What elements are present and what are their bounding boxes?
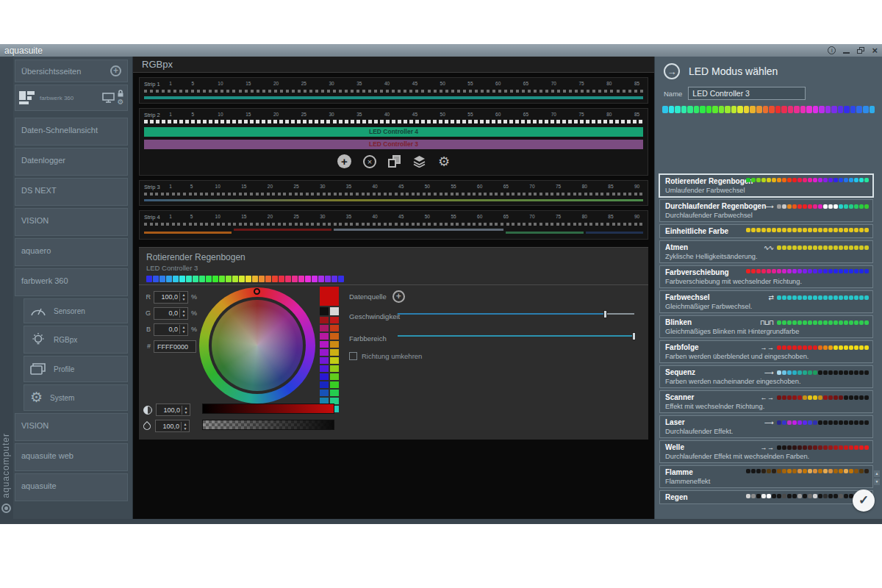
restore-icon[interactable] [857, 47, 864, 54]
palette-swatch[interactable] [320, 365, 329, 372]
strip-1-assignment-bar[interactable] [144, 96, 643, 99]
palette-swatch[interactable] [320, 357, 329, 364]
strip-4-segment[interactable] [144, 232, 232, 234]
strip-4-assignment-segments[interactable] [144, 229, 643, 235]
sidebar-item-rgbpx[interactable]: RGBpx [24, 326, 128, 354]
sidebar-item-aquasuite-web[interactable]: aquasuite web [15, 443, 128, 471]
strip-4-segment[interactable] [334, 229, 503, 231]
spinner-arrows[interactable]: ▲▼ [181, 422, 189, 431]
controller-name-input[interactable]: LED Controller 3 [688, 87, 806, 100]
palette-swatch[interactable] [320, 307, 329, 315]
red-input[interactable]: 100,0 ▲▼ [154, 291, 188, 304]
current-color-swatch[interactable] [320, 287, 339, 306]
brightness-input[interactable]: 100,0 ▲▼ [156, 404, 190, 416]
palette-swatch[interactable] [320, 349, 329, 356]
color-wheel-marker[interactable] [254, 288, 260, 295]
mode-item-durchlaufender-regenbogen[interactable]: Durchlaufender Regenbogen⟶Durchlaufender… [659, 199, 873, 222]
gear-icon[interactable]: ⚙ [118, 98, 124, 106]
monitor-icon[interactable] [102, 93, 115, 103]
sidebar-overview-tile-farbwerk360[interactable]: farbwerk 360 ⚙ [15, 85, 128, 111]
strip-4-segment[interactable] [234, 229, 331, 231]
color-wheel[interactable] [199, 287, 315, 404]
copy-controller-icon[interactable] [388, 155, 401, 168]
strip-2-panel[interactable]: Strip 2151015202530354045505560657075808… [139, 108, 648, 176]
palette-swatch[interactable] [330, 333, 339, 340]
spinner-arrows[interactable]: ▲▼ [182, 406, 190, 415]
led-controller-4-bar[interactable]: LED Controller 4 [144, 127, 643, 137]
sidebar-item-profile[interactable]: Profile [24, 356, 128, 382]
layers-icon[interactable] [412, 155, 426, 168]
list-scrollbar[interactable]: ▲▼ [874, 470, 880, 485]
mode-item-blinken[interactable]: Blinken⊓⊔⊓Gleichmäßiges Blinken mit Hint… [659, 315, 873, 338]
sidebar-item-ds-next[interactable]: DS NEXT [15, 178, 128, 206]
mode-item-farbfolge[interactable]: Farbfolge→ →Farben werden überblendet un… [659, 340, 873, 363]
info-icon[interactable]: i [828, 46, 836, 54]
palette-swatch[interactable] [330, 365, 339, 372]
palette-swatch[interactable] [320, 390, 329, 396]
palette-swatch[interactable] [320, 317, 329, 323]
hex-color-input[interactable]: FFFF0000 [154, 340, 196, 353]
controller-settings-icon[interactable]: ⚙ [438, 155, 450, 168]
sidebar-item-farbwerk360[interactable]: farbwerk 360 [15, 268, 128, 296]
range-slider[interactable] [398, 331, 634, 340]
sidebar-item-aquaero[interactable]: aquaero [15, 238, 128, 266]
palette-swatch[interactable] [330, 307, 339, 315]
mode-item-rotierender-regenbogen[interactable]: Rotierender RegenbogenUmlaufender Farbwe… [659, 174, 873, 197]
palette-swatch[interactable] [320, 333, 329, 340]
sidebar-item-datenlogger[interactable]: Datenlogger [15, 148, 128, 176]
palette-swatch[interactable] [320, 373, 329, 380]
speed-slider[interactable] [398, 309, 634, 318]
palette-swatch[interactable] [330, 373, 339, 380]
palette-swatch[interactable] [330, 349, 339, 356]
sidebar-item-vision-2[interactable]: VISION [15, 413, 128, 441]
mode-item-farbverschiebung[interactable]: FarbverschiebungFarbverschiebung mit wec… [659, 265, 873, 288]
mode-item-farbwechsel[interactable]: Farbwechsel⇄Gleichmäßiger Farbwechsel. [659, 290, 873, 313]
spinner-arrows[interactable]: ▲▼ [179, 325, 187, 334]
mode-item-sequenz[interactable]: Sequenz⟶Farben werden nacheinander einge… [659, 365, 873, 388]
palette-swatch[interactable] [330, 381, 339, 388]
mode-item-atmen[interactable]: Atmen∿∿Zyklische Helligkeitsänderung. [659, 240, 873, 263]
sidebar-item-uebersichtsseiten[interactable]: Übersichtsseiten + [15, 60, 128, 82]
add-datasource-icon[interactable]: + [392, 290, 405, 303]
blue-input[interactable]: 0,0 ▲▼ [154, 323, 188, 336]
sidebar-item-daten-schnellansicht[interactable]: Daten-Schnellansicht [15, 118, 128, 146]
add-page-icon[interactable]: + [110, 65, 121, 76]
spinner-arrows[interactable]: ▲▼ [179, 309, 187, 318]
reverse-direction-checkbox[interactable] [349, 352, 357, 360]
strip-3-panel[interactable]: Strip 3151015202530354045505560657075808… [139, 180, 648, 206]
close-icon[interactable]: × [872, 46, 878, 54]
mode-item-einheitliche-farbe[interactable]: Einheitliche Farbe [659, 224, 873, 238]
spinner-arrows[interactable]: ▲▼ [179, 293, 187, 301]
delete-controller-icon[interactable]: × [363, 155, 376, 168]
minimize-icon[interactable] [843, 48, 850, 54]
palette-swatch[interactable] [330, 357, 339, 364]
strip-1-panel[interactable]: Strip 1151015202530354045505560657075808… [139, 77, 648, 104]
mode-item-laser[interactable]: Laser⟶Durchlaufender Effekt. [659, 415, 873, 438]
palette-swatch[interactable] [330, 325, 339, 331]
strip-4-panel[interactable]: Strip 4151015202530354045505560657075808… [139, 210, 648, 240]
sidebar-item-system[interactable]: ⚙ System [24, 384, 128, 411]
strip-4-segment[interactable] [506, 232, 583, 234]
palette-swatch[interactable] [330, 317, 339, 323]
mode-item-welle[interactable]: Welle→ →Durchlaufender Effekt mit wechse… [659, 440, 873, 463]
green-input[interactable]: 0,0 ▲▼ [154, 307, 188, 320]
sidebar-item-sensoren[interactable]: Sensoren [24, 298, 128, 323]
palette-swatch[interactable] [330, 390, 339, 396]
strip-3-assignment-bar[interactable] [144, 199, 643, 201]
palette-swatch[interactable] [320, 325, 329, 331]
opacity-input[interactable]: 100,0 ▲▼ [155, 420, 190, 432]
add-controller-icon[interactable]: + [337, 154, 351, 168]
confirm-button[interactable]: ✓ [853, 490, 875, 512]
mode-item-regen[interactable]: Regen [659, 490, 873, 504]
brightness-gradient-bar[interactable] [202, 404, 334, 414]
led-controller-3-bar[interactable]: LED Controller 3 [144, 140, 643, 149]
opacity-gradient-bar[interactable] [202, 420, 334, 430]
mode-item-scanner[interactable]: Scanner← →Effekt mit wechselnder Richtun… [659, 390, 873, 413]
strip-4-segment[interactable] [586, 232, 643, 234]
sidebar-item-aquasuite[interactable]: aquasuite [15, 473, 128, 501]
palette-swatch[interactable] [320, 381, 329, 388]
back-arrow-icon[interactable]: → [664, 63, 680, 79]
sidebar-item-vision[interactable]: VISION [15, 208, 128, 236]
palette-swatch[interactable] [320, 341, 329, 348]
mode-item-flamme[interactable]: FlammeFlammeneffekt [659, 465, 873, 488]
